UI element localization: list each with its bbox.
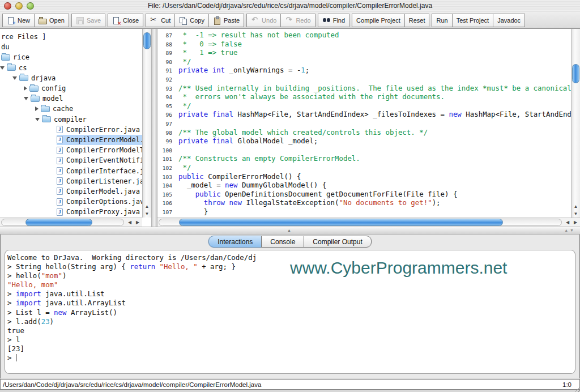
tree-horizontal-scrollbar[interactable]: ◀ ▶: [0, 218, 142, 227]
compile-project-button[interactable]: Compile Project: [352, 14, 405, 27]
tree-row-rce-files[interactable]: rce Files ]: [0, 32, 142, 42]
code-line-88[interactable]: 88 * 0 => false: [157, 40, 571, 49]
interactions-line: true: [7, 326, 574, 335]
code-line-103[interactable]: 103public CompilerErrorModel() {: [157, 172, 571, 181]
tree-editor-divider[interactable]: [152, 29, 157, 227]
tree-row-compilerinterface-java[interactable]: JCompilerInterface.java: [0, 165, 142, 176]
reset-button[interactable]: Reset: [404, 14, 430, 27]
editor-scroll-left-icon[interactable]: ◀: [564, 218, 572, 227]
code-line-102[interactable]: 102 */: [157, 163, 571, 172]
tree-row-model[interactable]: model: [0, 93, 142, 104]
run-button[interactable]: Run: [432, 14, 452, 27]
save-disk-icon: [76, 16, 84, 24]
editor-scroll-down-icon[interactable]: ▼: [572, 210, 580, 218]
titlebar: File: /Users/dan/Code/dj/drjava/src/edu/…: [0, 0, 580, 13]
interactions-pane[interactable]: Welcome to DrJava. Working directory is …: [5, 250, 575, 374]
tree-row-compilererror-java[interactable]: JCompilerError.java: [0, 125, 142, 135]
toolbar-group: Compile ProjectReset: [352, 14, 429, 27]
expand-arrow-closed-icon[interactable]: [35, 106, 39, 111]
java-file-icon: J: [57, 208, 63, 216]
code-line-107[interactable]: 107 }: [157, 207, 571, 216]
tree-label: CompilerOptions.java: [66, 198, 142, 206]
code-line-95[interactable]: 95 */: [157, 101, 571, 110]
code-line-105[interactable]: 105 public OpenDefinitionsDocument getDo…: [157, 190, 571, 199]
tree-scroll-up-icon[interactable]: ▲: [143, 203, 151, 210]
tree-scroll-down-icon[interactable]: ▼: [143, 210, 151, 218]
code-line-89[interactable]: 89 * 1 => true: [157, 48, 571, 57]
tree-row-rice[interactable]: rice: [0, 52, 142, 62]
code-line-90[interactable]: 90 */: [157, 57, 571, 66]
code-line-98[interactable]: 98/** The global model which created/con…: [157, 128, 571, 137]
editor-hscroll-thumb[interactable]: [179, 219, 503, 226]
tree-row-compilermodel-java[interactable]: JCompilerModel.java: [0, 186, 142, 197]
close-button[interactable]: Close: [108, 14, 143, 27]
copy-button[interactable]: Copy: [174, 14, 209, 27]
tree-row-cs[interactable]: cs: [0, 63, 142, 73]
expand-arrow-open-icon[interactable]: [0, 66, 5, 70]
tree-row-config[interactable]: config: [0, 83, 142, 93]
tab-interactions[interactable]: Interactions: [208, 236, 262, 248]
tree-row-compilereventnotifier-java[interactable]: JCompilerEventNotifier.java: [0, 155, 142, 165]
tree-row-cache[interactable]: cache: [0, 104, 142, 114]
code-line-92[interactable]: 92: [157, 75, 571, 84]
open-button[interactable]: Open: [34, 14, 69, 27]
tab-compiler-output[interactable]: Compiler Output: [304, 236, 371, 248]
code-line-94[interactable]: 94 * errors won't always be associated w…: [157, 92, 571, 101]
code-line-91[interactable]: 91private int _onlyWarnings = -1;: [157, 66, 571, 75]
line-number: 106: [157, 199, 172, 208]
copy-pages-icon: [179, 16, 187, 24]
cut-button[interactable]: Cut: [146, 14, 175, 27]
new-button[interactable]: New: [2, 14, 35, 27]
undo-button[interactable]: Undo: [246, 14, 281, 27]
find-button[interactable]: Find: [318, 14, 349, 27]
code-line-101[interactable]: 101/** Constructs an empty CompilerError…: [157, 154, 571, 163]
expand-arrow-open-icon[interactable]: [24, 97, 28, 100]
test-project-button[interactable]: Test Project: [452, 14, 493, 27]
tree-row-compileroptions-java[interactable]: JCompilerOptions.java: [0, 197, 142, 207]
code-line-97[interactable]: 97: [157, 119, 571, 128]
javadoc-button[interactable]: Javadoc: [493, 14, 525, 27]
toolbar-button-label: Test Project: [457, 17, 489, 24]
tree-scroll-left-icon[interactable]: ◀: [126, 218, 134, 227]
code-line-96[interactable]: 96private final HashMap<File, StartAndEn…: [157, 110, 571, 119]
code-line-100[interactable]: 100: [157, 146, 571, 155]
tree-vscroll-thumb[interactable]: [143, 32, 151, 49]
redo-button[interactable]: Redo: [280, 14, 315, 27]
save-button[interactable]: Save: [71, 14, 105, 27]
editor-horizontal-scrollbar[interactable]: ◀ ▶: [157, 218, 580, 227]
tree-hscroll-thumb[interactable]: [25, 219, 92, 226]
editor-vertical-scrollbar[interactable]: ▲ ▼: [571, 29, 580, 218]
split-handle-icon[interactable]: ▲: [287, 228, 291, 232]
tree-row-compilerproxy-java[interactable]: JCompilerProxy.java: [0, 207, 142, 217]
tree-scroll-right-icon[interactable]: ▶: [134, 218, 142, 227]
file-tree: rce Files ]duricecsdrjavaconfigmodelcach…: [0, 29, 142, 218]
tree-vertical-scrollbar[interactable]: ▲ ▼: [142, 29, 151, 218]
code-line-87[interactable]: 87 * -1 => result has not been computed: [157, 31, 571, 40]
code-editor[interactable]: 87 * -1 => result has not been computed8…: [157, 29, 580, 227]
split-divider[interactable]: ▲ ▲▼: [0, 227, 580, 235]
code-line-93[interactable]: 93/** Used internally in building _posit…: [157, 84, 571, 93]
editor-scroll-up-icon[interactable]: ▲: [572, 203, 580, 210]
tree-row-compilererrormodeltest-java[interactable]: JCompilerErrorModelTest.java: [0, 145, 142, 155]
tree-row-compilerlistener-java[interactable]: JCompilerListener.java: [0, 176, 142, 186]
bottom-pane-area: Welcome to DrJava. Working directory is …: [0, 249, 580, 378]
code-line-104[interactable]: 104 _model = new DummyGlobalModel() {: [157, 181, 571, 190]
expand-arrow-open-icon[interactable]: [35, 118, 40, 121]
tree-row-du[interactable]: du: [0, 42, 142, 52]
window-title: File: /Users/dan/Code/dj/drjava/src/edu/…: [0, 0, 580, 12]
code-line-106[interactable]: 106 throw new IllegalStateException("No …: [157, 198, 571, 207]
tree-row-drjava[interactable]: drjava: [0, 73, 142, 83]
tree-row-compiler[interactable]: compiler: [0, 114, 142, 125]
toolbar-group: RunTest ProjectJavadoc: [432, 14, 525, 27]
paste-button[interactable]: Paste: [208, 14, 244, 27]
file-tree-panel: rce Files ]duricecsdrjavaconfigmodelcach…: [0, 29, 152, 227]
tree-row-compilererrormodel-java[interactable]: JCompilerErrorModel.java: [0, 135, 142, 145]
expand-arrow-closed-icon[interactable]: [24, 86, 27, 91]
tab-console[interactable]: Console: [261, 236, 304, 248]
editor-vscroll-thumb[interactable]: [572, 64, 579, 83]
java-file-icon: J: [57, 126, 63, 133]
expand-arrow-open-icon[interactable]: [12, 76, 17, 80]
editor-scroll-right-icon[interactable]: ▶: [572, 218, 579, 227]
split-expand-icons[interactable]: ▲▼: [564, 228, 575, 232]
code-line-99[interactable]: 99private final GlobalModel _model;: [157, 137, 571, 146]
